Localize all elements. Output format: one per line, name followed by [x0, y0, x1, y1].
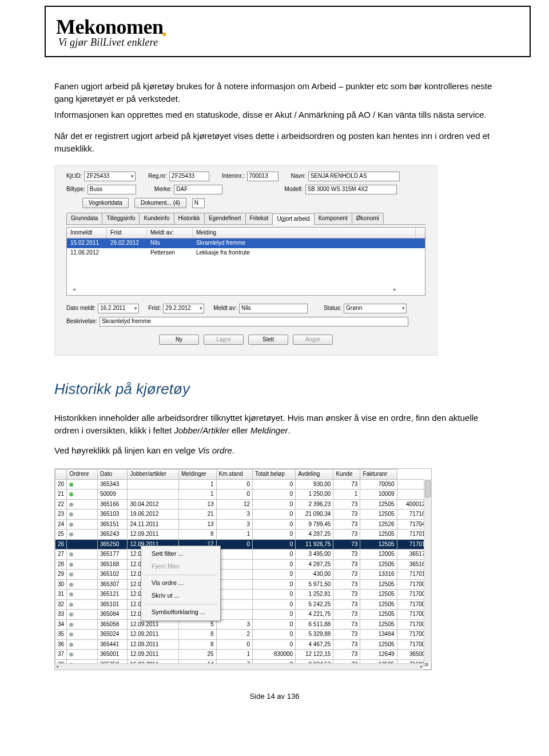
input-modell[interactable]: SB 3000 WS 315M 4X2	[305, 185, 397, 194]
table-row[interactable]: 2436515124.11.201113309 789,457312526717…	[55, 519, 431, 530]
tab-ugjort-arbeid[interactable]: Ugjort arbeid	[272, 213, 314, 225]
table-header-cell[interactable]: Ordrenr	[67, 469, 98, 480]
status-dot-cell	[67, 610, 98, 620]
table-cell: 12	[216, 499, 252, 510]
table-row[interactable]: 2736517712.09.201103 495,007312005365177	[55, 550, 431, 560]
table-row[interactable]: 2936510212.09.20110430,007313316717010	[55, 570, 431, 580]
list-row[interactable]: 11.06.2012PettersenLekkasje fra frontrut…	[67, 248, 425, 258]
btn-ny[interactable]: Ny	[159, 335, 199, 345]
tab-komponent[interactable]: Komponent	[314, 213, 352, 224]
scrollbar-thumb[interactable]	[425, 480, 431, 498]
table-row[interactable]: 2336510319.06.2012213021 090,34731250571…	[55, 510, 431, 520]
input-internnr[interactable]: 700013	[247, 172, 279, 181]
table-cell: 0	[216, 639, 252, 650]
menu-item-skriv-ut[interactable]: Skriv ut ...	[141, 590, 220, 602]
table-cell: 365121	[97, 590, 127, 600]
table-cell	[216, 599, 252, 610]
input-biltype[interactable]: Buss	[87, 185, 136, 194]
table-row[interactable]: 3136512112.09.201101 252,817312505717007	[55, 590, 431, 600]
table-header-cell[interactable]: Jobber/artikler	[128, 469, 179, 480]
tab-egendefinert[interactable]: Egendefinert	[204, 213, 246, 224]
row-num: 20	[55, 479, 67, 490]
list-row[interactable]: 15.02.201129.02.2012NilsSkramlelyd fremm…	[67, 238, 425, 248]
btn-angre[interactable]: Angre	[293, 335, 333, 345]
list-header-cell[interactable]: Meldt av:	[147, 228, 193, 238]
input-beskrivelse[interactable]: Skramlelyd fremme	[100, 317, 408, 327]
table-row[interactable]: 2236516630.04.2012131202 396,23731250540…	[55, 499, 431, 510]
table-cell: 830000	[253, 650, 296, 660]
list-header: InnmeldtFristMeldt av:Melding	[67, 228, 425, 239]
table-cell: 13	[179, 499, 217, 510]
row-num: 37	[55, 650, 67, 660]
table-header-cell[interactable]: Fakturanr	[360, 469, 397, 480]
logo-header: Mekonomen. Vi gjør BilLivet enklere	[45, 6, 531, 57]
table-row[interactable]: 21500091001 250,001100090	[55, 490, 431, 500]
table-cell: 0	[253, 539, 296, 550]
scrollbar-vertical[interactable]	[424, 479, 431, 663]
table-cell: 73	[333, 530, 360, 540]
table-header-cell[interactable]	[55, 469, 67, 480]
input-meldtav[interactable]: Nils	[239, 304, 308, 313]
btn-dokument[interactable]: Dokument... (4)	[134, 198, 186, 209]
input-kjtid[interactable]: ZF25433	[84, 172, 136, 181]
input-status[interactable]: Grønn	[344, 304, 407, 313]
table-row[interactable]: 3436505812.09.20115306 511,8873125057170…	[55, 619, 431, 630]
table-row[interactable]: 3536502412.09.20118205 329,8873134847170…	[55, 630, 431, 640]
btn-lagre[interactable]: Lagre	[204, 335, 244, 345]
context-menu: Sett filter ...Fjern filterVis ordre ...…	[141, 546, 221, 621]
table-header-cell[interactable]: Meldinger	[179, 469, 217, 480]
list-header-cell[interactable]: Frist	[107, 228, 147, 238]
menu-item-sett-filter[interactable]: Sett filter ...	[141, 548, 220, 560]
table-row[interactable]: 20365343100930,0073700500	[55, 479, 431, 490]
table-header-cell[interactable]: Kunde	[333, 469, 360, 480]
status-dot-cell	[67, 590, 98, 600]
list-header-cell[interactable]: Innmeldt	[67, 228, 107, 238]
table-cell: 73	[333, 559, 360, 570]
label-modell: Modell:	[284, 185, 303, 194]
input-datomeldt[interactable]: 16.2.2011	[98, 304, 139, 313]
menu-item-symbolforklaring[interactable]: Symbolforklaring ...	[141, 606, 220, 619]
table-cell: 1 250,00	[296, 490, 333, 500]
table-row[interactable]: 3636544112.09.20118004 467,2573125057170…	[55, 639, 431, 650]
list-header-cell[interactable]: Melding	[193, 228, 416, 238]
table-header-cell[interactable]: Dato	[97, 469, 127, 480]
row-num: 27	[55, 550, 67, 560]
label-kjtid: Kjt.ID:	[66, 172, 82, 181]
btn-slett[interactable]: Slett	[248, 335, 288, 345]
table-header-cell[interactable]: Km.stand	[216, 469, 252, 480]
table-cell: 930,00	[296, 479, 333, 490]
table-row[interactable]: 3236510112.09.201105 242,257312505717005	[55, 599, 431, 610]
table-row[interactable]: 3736500112.09.201125183000012 122,157312…	[55, 650, 431, 660]
list-cell: 11.06.2012	[67, 248, 107, 258]
input-regnr[interactable]: ZF25433	[169, 172, 209, 181]
status-dot-cell	[67, 550, 98, 560]
table-cell: 365177	[97, 550, 127, 560]
tab-kundeinfo[interactable]: Kundeinfo	[139, 213, 174, 224]
row-num: 32	[55, 599, 67, 610]
table-cell: 2	[216, 630, 252, 640]
tab-tilleggsinfo[interactable]: Tilleggsinfo	[102, 213, 140, 224]
table-row[interactable]: 2836516812.09.201104 287,257312505365168	[55, 559, 431, 570]
work-list[interactable]: InnmeldtFristMeldt av:Melding 15.02.2011…	[66, 227, 425, 296]
tab-historikk[interactable]: Historikk	[174, 213, 205, 224]
tab-økonomi[interactable]: Økonomi	[352, 213, 384, 224]
table-row[interactable]: 3336508412.09.201104 221,757312505717004	[55, 610, 431, 620]
table-header-cell[interactable]: Totalt beløp	[253, 469, 296, 480]
input-merke[interactable]: DAF	[174, 185, 222, 194]
table-row[interactable]: 3036530712.09.201105 971,507312505717009	[55, 579, 431, 590]
btn-vognkort[interactable]: Vognkortdata	[82, 198, 129, 209]
tab-grunndata[interactable]: Grunndata	[66, 213, 102, 224]
input-n[interactable]: N	[192, 198, 205, 208]
table-row[interactable]: 2636525012.09.2011170011 926,75731250571…	[55, 539, 431, 550]
table-row[interactable]: 2536524312.09.20118104 287,2573125057170…	[55, 530, 431, 540]
input-navn[interactable]: SENJA RENHOLD AS	[308, 172, 400, 181]
table-cell: 1	[216, 530, 252, 540]
table-header-cell[interactable]: Avdeling	[296, 469, 333, 480]
label-frist: Frist:	[148, 304, 161, 313]
menu-item-vis-ordre[interactable]: Vis ordre ...	[141, 577, 220, 590]
tab-fritekst[interactable]: Fritekst	[245, 213, 273, 224]
scrollbar-horizontal[interactable]: ◂▸	[55, 663, 424, 670]
history-table[interactable]: OrdrenrDatoJobber/artiklerMeldingerKm.st…	[55, 469, 431, 670]
input-frist[interactable]: 29.2.2012	[163, 304, 204, 313]
table-cell: 12505	[360, 599, 397, 610]
